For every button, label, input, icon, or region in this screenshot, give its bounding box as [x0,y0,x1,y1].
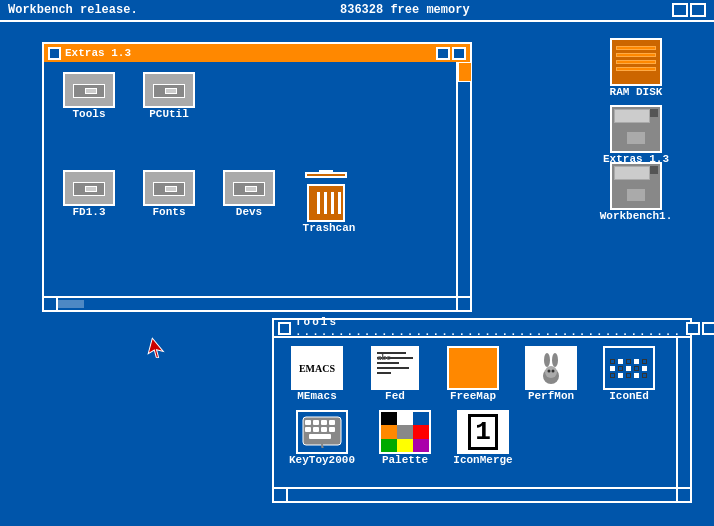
tools-resize-corner[interactable] [676,487,690,501]
workbench-ctrl-2[interactable] [690,3,706,17]
floppy-metal-1 [626,131,646,145]
extras-window-body: Tools PCUtil FD1.3 Fonts Devs [44,62,470,244]
iconmerge-label: IconMerge [453,454,512,466]
extras-scroll-thumb[interactable] [458,62,472,82]
gdot-5 [642,359,647,364]
trash-lid [305,172,347,178]
ramdisk-stripe-1 [616,46,656,50]
gdot-14 [634,373,639,378]
fd13-drawer-icon [63,170,115,206]
tools-icon-iconed[interactable]: IconEd [594,346,664,402]
trash-line-2 [324,192,327,214]
extras-icon-devs[interactable]: Devs [214,170,284,234]
extras-depth-button[interactable] [436,47,450,60]
tools-drawer-icon [63,72,115,108]
tools-icon-perfmon[interactable]: PerfMon [516,346,586,402]
palette-cell-3 [413,412,429,425]
palette-icon [379,410,431,454]
fed-abc-label: abc [377,352,391,362]
svg-rect-10 [321,420,327,425]
extras-icon-tools[interactable]: Tools [54,72,124,120]
palette-cell-1 [381,412,397,425]
tools-title-buttons [686,322,714,335]
tools-window-body: EMACS MEmacs abc Fed FreeMap [274,338,690,474]
gdot-2 [618,359,623,364]
palette-cell-2 [397,412,413,425]
palette-cell-7 [381,439,397,452]
tools-icon-fed[interactable]: abc Fed [360,346,430,402]
extras-icon-trashcan[interactable]: Trashcan [294,170,364,234]
svg-rect-13 [313,427,319,432]
extras-scrollbar-right[interactable] [456,62,470,296]
fed-icon: abc [371,346,419,390]
perfmon-label: PerfMon [528,390,574,402]
trash-line-4 [338,192,341,214]
extras-title: Extras 1.3 [65,47,432,59]
floppy-top-1 [614,109,650,123]
gdot-11 [610,373,615,378]
extras-scrollbar-bottom[interactable] [44,296,456,310]
ramdisk-label: RAM DISK [610,86,663,98]
memacs-label: MEmacs [297,390,337,402]
iconmerge-icon: 1 [457,410,509,454]
svg-rect-8 [305,420,311,425]
desktop-icon-ramdisk[interactable]: RAM DISK [596,38,676,98]
tools-titlebar[interactable]: Tools ··································… [274,320,690,338]
tools-icon-keytoy[interactable]: KeyToy2000 [282,410,362,466]
tools-icon-iconmerge[interactable]: 1 IconMerge [448,410,518,466]
extras-icon-fd13[interactable]: FD1.3 [54,170,124,234]
extras-resize-handle[interactable] [44,296,58,310]
tools-depth-button[interactable] [686,322,700,335]
extras-icon-fonts[interactable]: Fonts [134,170,204,234]
svg-rect-14 [321,427,327,432]
palette-cell-5 [397,425,413,438]
extras-icon-trashcan-label: Trashcan [303,222,356,234]
svg-point-4 [545,366,557,378]
palette-label: Palette [382,454,428,466]
svg-point-5 [548,370,551,373]
trash-line-3 [331,192,334,214]
extras-icon-pcutil-label: PCUtil [149,108,189,120]
workbench-bar: Workbench release. 836328 free memory [0,0,714,22]
tools-icon-palette[interactable]: Palette [370,410,440,466]
workbench-floppy-icon [610,162,662,210]
floppy-top-2 [614,166,650,180]
iconmerge-number: 1 [468,414,498,450]
palette-cell-8 [397,439,413,452]
tools-scrollbar-right[interactable] [676,338,690,487]
extras-resize-corner[interactable] [456,296,470,310]
keytoy-label: KeyToy2000 [289,454,355,466]
extras-titlebar[interactable]: Extras 1.3 [44,44,470,62]
mouse-cursor-arrow [146,336,170,360]
tools-resize-handle[interactable] [274,487,288,501]
workbench-ctrl-1[interactable] [672,3,688,17]
ramdisk-icon-img [610,38,662,86]
extras-icon-tools-label: Tools [72,108,105,120]
tools-scrollbar-bottom[interactable] [274,487,676,501]
fed-line-5 [377,372,391,374]
tools-icon-memacs[interactable]: EMACS MEmacs [282,346,352,402]
extras-icon-devs-label: Devs [236,206,262,218]
tools-icon-freemap[interactable]: FreeMap [438,346,508,402]
extras-icon-fd13-label: FD1.3 [72,206,105,218]
svg-point-6 [552,370,555,373]
tools-zoom-button[interactable] [702,322,714,335]
palette-cell-9 [413,439,429,452]
workbench-title: Workbench release. [8,3,138,17]
svg-point-2 [544,353,550,367]
gdot-15 [642,373,647,378]
extras-title-buttons [436,47,466,60]
gdot-8 [626,366,631,371]
rabbit-svg [535,350,567,386]
tools-close-button[interactable] [278,322,291,335]
gdot-6 [610,366,615,371]
tools-title: Tools ··································… [295,316,682,340]
extras-icon-pcutil[interactable]: PCUtil [134,72,204,120]
desktop-icon-workbench[interactable]: Workbench1. [596,162,676,222]
desktop-icon-extras[interactable]: Extras 1.3 [596,105,676,165]
freemap-icon [447,346,499,390]
extras-close-button[interactable] [48,47,61,60]
svg-point-3 [552,353,558,367]
extras-zoom-button[interactable] [452,47,466,60]
svg-rect-12 [305,427,311,432]
